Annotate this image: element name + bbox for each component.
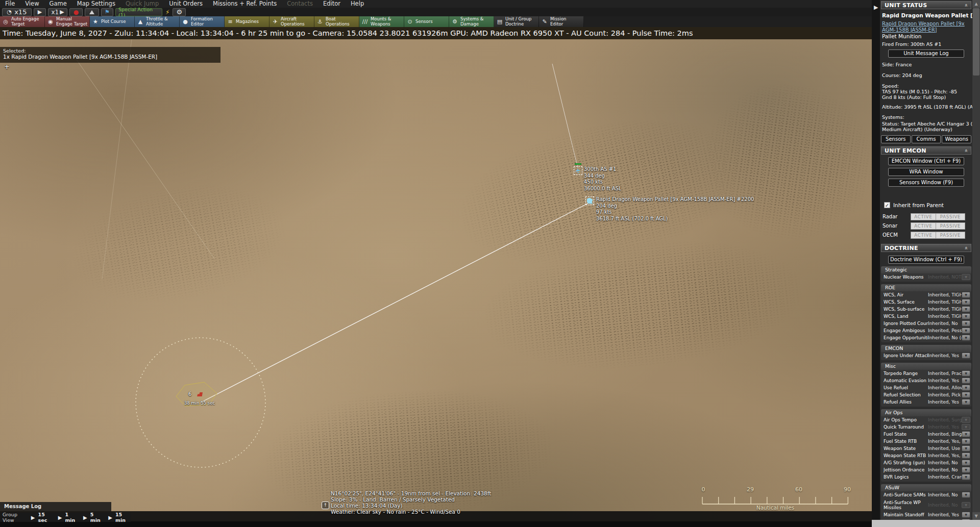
time-step-play-icon[interactable]: ▶ xyxy=(83,515,87,520)
unit-db-link[interactable]: Rapid Dragon Weapon Pallet [9x xyxy=(880,21,972,27)
dropdown-arrow-icon[interactable]: ▼ xyxy=(962,306,970,312)
dropdown-arrow-icon[interactable]: ▼ xyxy=(962,445,970,451)
dropdown-arrow-icon[interactable]: ▼ xyxy=(962,438,970,444)
collapse-icon[interactable]: » xyxy=(963,4,969,7)
scroll-up-icon[interactable]: ▲ xyxy=(972,0,980,8)
dropdown-arrow-icon[interactable]: ▼ xyxy=(962,292,970,298)
sonar-passive-button[interactable]: PASSIVE xyxy=(936,222,965,230)
play-button[interactable]: ▶ xyxy=(34,8,46,16)
unit-status-sensors-button[interactable]: Sensors xyxy=(881,135,911,143)
time-step-play-icon[interactable]: ▶ xyxy=(108,515,112,520)
throttle-altitude-button[interactable]: ▲Throttle &Altitude xyxy=(135,16,180,27)
step-button[interactable]: x1 ▶ xyxy=(48,8,67,16)
boat-operations-button[interactable]: ⚓BoatOperations xyxy=(314,16,359,27)
unit-message-log-button[interactable]: Unit Message Log xyxy=(888,49,964,58)
dropdown-arrow-icon[interactable]: ▼ xyxy=(962,460,970,466)
radar-passive-button[interactable]: PASSIVE xyxy=(936,213,965,220)
unit-status-weapons-button[interactable]: Weapons xyxy=(942,135,971,143)
systems-damage-button[interactable]: ⚙Systems &Damage xyxy=(449,16,494,27)
unit-db-link[interactable]: AGM-158B JASSM-ER] xyxy=(880,27,972,33)
mission-editor-button[interactable]: ✎MissionEditor xyxy=(539,16,584,27)
time-step-15-sec[interactable]: 15 sec xyxy=(38,512,53,523)
auto-engage-target-button[interactable]: ◎Auto EngageTarget xyxy=(0,16,45,27)
dropdown-arrow-icon[interactable]: ▼ xyxy=(962,474,970,480)
collapse-icon[interactable]: » xyxy=(963,246,969,250)
unit-group-doctrine-button[interactable]: ▤Unit / GroupDoctrine xyxy=(494,16,539,27)
menu-missions-ref-points[interactable]: Missions + Ref. Points xyxy=(208,0,282,8)
dropdown-arrow-icon[interactable]: ▼ xyxy=(962,313,970,319)
mounts-weapons-button[interactable]: ///Mounts &Weapons xyxy=(359,16,404,27)
magazines-button[interactable]: ≡Magazines xyxy=(225,16,270,27)
menu-game[interactable]: Game xyxy=(44,0,72,8)
scroll-down-icon[interactable]: ▼ xyxy=(972,512,980,520)
dropdown-arrow-icon[interactable]: ▼ xyxy=(962,431,970,437)
map-viewport[interactable]: + Selected: 1x Rapid Dragon Weapon Palle… xyxy=(0,39,872,521)
dropdown-arrow-icon[interactable]: ▼ xyxy=(962,512,970,518)
doctrine-window-button[interactable]: Doctrine Window (Ctrl + F9) xyxy=(888,256,964,264)
scrollbar-thumb[interactable] xyxy=(973,8,979,76)
sonar-active-button[interactable]: ACTIVE xyxy=(911,222,936,230)
time-step-play-icon[interactable]: ▶ xyxy=(58,515,62,520)
weapon-pallet-unit-icon[interactable] xyxy=(585,196,594,205)
map-scale-bar: Nautical miles 0296090 xyxy=(702,486,849,511)
map-mode-button[interactable] xyxy=(85,8,99,16)
sidebar-scrollbar[interactable]: ▲ ▼ xyxy=(972,0,980,520)
menu-map-settings[interactable]: Map Settings xyxy=(72,0,120,8)
oecm-passive-button[interactable]: PASSIVE xyxy=(936,232,965,239)
plot-course-button[interactable]: ★Plot Course xyxy=(90,16,135,27)
time-step-1-min[interactable]: 1 min xyxy=(65,512,78,523)
emcon-window-ctrl-f9-button[interactable]: EMCON Window (Ctrl + F9) xyxy=(888,157,964,165)
sidebar-toggle-icon[interactable]: ▶ xyxy=(874,4,878,11)
dropdown-arrow-icon[interactable]: ▼ xyxy=(962,399,970,405)
menu-view[interactable]: View xyxy=(20,0,44,8)
oecm-active-button[interactable]: ACTIVE xyxy=(911,232,936,239)
collapse-icon[interactable]: » xyxy=(963,149,969,153)
unit-status-header[interactable]: UNIT STATUS » xyxy=(881,1,971,9)
dropdown-arrow-icon[interactable]: ▼ xyxy=(962,453,970,459)
doctrine-label: WCS, Land xyxy=(884,314,928,319)
dropdown-arrow-icon[interactable]: ▼ xyxy=(962,328,970,334)
cursor-local-time: Local time: 13:34:04 (Day) xyxy=(331,503,491,509)
time-step-15-min[interactable]: 15 min xyxy=(115,512,131,523)
menu-file[interactable]: File xyxy=(0,0,20,8)
group-view-label[interactable]: Group View xyxy=(0,512,26,523)
dropdown-arrow-icon[interactable]: ▼ xyxy=(962,378,970,384)
dropdown-arrow-icon[interactable]: ▼ xyxy=(962,392,970,398)
doctrine-label: WCS, Surface xyxy=(884,299,928,305)
dropdown-arrow-icon[interactable]: ▼ xyxy=(962,299,970,305)
aircraft-icon: ✈ xyxy=(574,167,582,174)
dropdown-arrow-icon[interactable]: ▼ xyxy=(962,467,970,473)
sensors-window-f9-button[interactable]: Sensors Window (F9) xyxy=(888,179,964,187)
time-step-play-icon[interactable]: ▶ xyxy=(31,515,35,520)
inherit-checkbox[interactable]: ✓ xyxy=(884,202,890,208)
dropdown-arrow-icon[interactable]: ▼ xyxy=(962,353,970,359)
sensors-button[interactable]: ⊙Sensors xyxy=(404,16,449,27)
wra-window-button[interactable]: WRA Window xyxy=(888,168,964,176)
menu-contacts[interactable]: Contacts xyxy=(282,0,318,8)
message-log-bar[interactable]: Message Log xyxy=(0,502,111,511)
dropdown-arrow-icon[interactable]: ▼ xyxy=(962,492,970,498)
dropdown-arrow-icon[interactable]: ▼ xyxy=(962,320,970,327)
menu-help[interactable]: Help xyxy=(346,0,369,8)
special-action-button[interactable]: Special Action (1) xyxy=(115,8,162,16)
aircraft-operations-button[interactable]: ✈AircraftOperations xyxy=(270,16,314,27)
unit-emcon-header[interactable]: UNIT EMCON » xyxy=(881,146,971,155)
settings-button[interactable]: ⚙ xyxy=(173,8,186,16)
record-button[interactable]: ● xyxy=(69,8,83,16)
dropdown-arrow-icon[interactable]: ▼ xyxy=(962,385,970,391)
doctrine-header[interactable]: DOCTRINE » xyxy=(881,244,971,252)
menu-editor[interactable]: Editor xyxy=(318,0,346,8)
formation-editor-button[interactable]: ●FormationEditor xyxy=(180,16,225,27)
doctrine-label: Ignore Plotted Course xyxy=(884,321,928,326)
pan-up-icon[interactable]: ↑ xyxy=(322,501,329,509)
aircraft-unit-icon[interactable]: ✈ xyxy=(574,166,582,175)
unit-status-comms-button[interactable]: Comms xyxy=(912,135,941,143)
menu-unit-orders[interactable]: Unit Orders xyxy=(164,0,208,8)
radar-active-button[interactable]: ACTIVE xyxy=(911,213,936,220)
bookmark-button[interactable]: ⚑ xyxy=(101,8,113,16)
manual-engage-target-button[interactable]: ◉ManualEngage Target xyxy=(45,16,90,27)
dropdown-arrow-icon[interactable]: ▼ xyxy=(962,335,970,341)
time-step-5-min[interactable]: 5 min xyxy=(90,512,103,523)
time-compression-button[interactable]: ◔ x15 xyxy=(2,8,32,16)
dropdown-arrow-icon[interactable]: ▼ xyxy=(962,370,970,377)
